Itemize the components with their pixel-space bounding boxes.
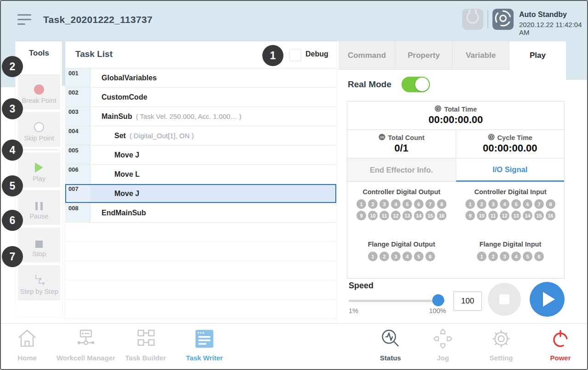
real-mode-label: Real Mode (348, 79, 391, 90)
io-channel-dot: 10 (477, 211, 486, 220)
io-group-title: Flange Digital Output (347, 241, 456, 248)
count-icon: 123 (379, 134, 385, 142)
cycle-time-label: Cycle Time (498, 134, 532, 141)
speed-slider-track[interactable] (349, 300, 445, 302)
task-row-number: 002 (65, 88, 90, 107)
debug-checkbox[interactable] (289, 49, 301, 61)
tab-variable[interactable]: Variable (452, 41, 509, 70)
io-dot-row: 123456 (353, 251, 450, 262)
task-row[interactable]: 003MainSub( Task Vel. 250.000, Acc. 1.00… (65, 107, 336, 126)
io-channel-dot: 11 (379, 211, 389, 220)
task-command-name: Move L (114, 170, 140, 179)
io-group-title: Controller Digital Input (456, 188, 565, 196)
task-builder-icon (135, 345, 157, 353)
io-channel-dot: 9 (356, 211, 366, 220)
io-channel-dot: 9 (465, 211, 475, 220)
task-row-empty (65, 280, 336, 300)
io-channel-dot: 6 (523, 199, 532, 209)
gripper-button[interactable] (462, 9, 483, 30)
task-command-name: Move J (114, 190, 139, 198)
io-channel-dot: 2 (379, 252, 389, 261)
jog-icon (432, 345, 454, 353)
task-command-name: GlobalVariables (102, 74, 157, 82)
status-icon (379, 345, 401, 353)
stop-tool-label: Stop (18, 250, 60, 258)
total-count-value: 0/1 (347, 142, 456, 154)
stop-icon (35, 241, 43, 248)
io-channel-dot: 16 (546, 211, 555, 220)
stop-tool-button[interactable]: Stop (18, 228, 60, 263)
io-channel-dot: 8 (546, 199, 555, 209)
step-by-step-button[interactable]: Step by Step (18, 265, 60, 300)
skip-point-button[interactable]: Skip Point (18, 112, 60, 147)
io-channel-dot: 7 (534, 199, 544, 209)
bottom-nav: Home Workcell Manager Task Builder (1, 323, 587, 370)
step-by-step-icon (18, 265, 60, 286)
nav-task-writer[interactable]: Task Writer (168, 327, 241, 362)
io-channel-dot: 1 (477, 252, 486, 261)
task-list-panel: Task List Debug 001GlobalVariables002Cus… (65, 41, 336, 322)
total-count-cell: 123 Total Count 0/1 (347, 130, 456, 158)
play-run-button[interactable] (530, 282, 565, 317)
task-row[interactable]: 005Move J (65, 146, 336, 165)
subtab-io-signal[interactable]: I/O Signal (456, 158, 565, 182)
io-channel-dot: 13 (402, 211, 412, 220)
speed-input[interactable] (453, 292, 482, 311)
task-row[interactable]: 006Move L (65, 165, 336, 184)
io-channel-dot: 2 (368, 199, 378, 209)
task-row[interactable]: 004Set( Digital_Out[1], ON ) (65, 126, 336, 146)
io-channel-dot: 15 (425, 211, 435, 220)
tab-property[interactable]: Property (396, 41, 452, 70)
io-channel-dot: 1 (356, 199, 366, 209)
tab-command[interactable]: Command (339, 41, 396, 70)
right-panel: Command Property Variable Play Real Mode… (339, 41, 566, 322)
io-group-title: Flange Digital Input (456, 241, 565, 248)
callout-5: 5 (2, 175, 23, 196)
step-by-step-label: Step by Step (18, 288, 60, 295)
task-command-params: ( Digital_Out[1], ON ) (130, 132, 194, 140)
task-command-name: Move J (114, 151, 139, 159)
io-dot-row: 12345678910111213141516 (462, 198, 559, 221)
speed-slider-handle[interactable] (432, 294, 444, 306)
tab-play[interactable]: Play (509, 41, 566, 70)
task-row[interactable]: 007Move J (65, 184, 336, 203)
task-row[interactable]: 001GlobalVariables (65, 68, 336, 88)
break-point-button[interactable]: Break Point (18, 74, 60, 109)
task-command-name: CustomCode (102, 93, 147, 101)
skip-point-icon (34, 122, 44, 132)
real-mode-toggle[interactable] (401, 77, 430, 92)
cycle-time-value: 00:00:00.00 (456, 142, 565, 154)
task-row[interactable]: 008EndMainSub (65, 203, 336, 223)
nav-power[interactable]: Power (524, 327, 588, 362)
robot-status: Auto Standby 2020.12.22 11:42:04 AM (519, 11, 587, 36)
task-row-number: 007 (65, 184, 90, 203)
task-command-params: ( Task Vel. 250.000, Acc. 1.000… ) (136, 112, 242, 120)
subtab-end-effector-info[interactable]: End Effector Info. (347, 158, 456, 182)
task-row-number: 006 (65, 165, 90, 184)
pause-button[interactable]: Pause (18, 190, 60, 225)
task-row-number: 005 (65, 146, 90, 164)
io-channel-dot: 5 (523, 252, 532, 261)
io-channel-dot: 14 (414, 211, 424, 220)
io-channel-dot: 5 (402, 199, 412, 209)
flange-digital-output-group: Flange Digital Output 123456 (347, 241, 456, 262)
home-icon (16, 345, 38, 353)
io-dot-row: 12345678910111213141516 (353, 198, 450, 221)
break-point-icon (34, 84, 44, 95)
task-row-empty (65, 242, 336, 261)
io-channel-dot: 6 (534, 252, 544, 261)
task-row-list: 001GlobalVariables002CustomCode003MainSu… (65, 68, 336, 319)
total-count-label: Total Count (388, 134, 424, 141)
background-strip (566, 41, 588, 80)
robot-mode-button[interactable] (492, 9, 514, 30)
task-row[interactable]: 002CustomCode (65, 88, 336, 107)
play-icon (35, 163, 43, 173)
tools-divider (20, 150, 58, 150)
play-tool-button[interactable]: Play (18, 152, 60, 187)
menu-icon[interactable] (17, 14, 31, 26)
clock-icon (488, 134, 495, 142)
datetime-label: 2020.12.22 11:42:04 AM (519, 21, 587, 36)
tools-panel: Tools Break Point Skip Point Play Pause … (16, 41, 62, 317)
io-channel-dot: 12 (500, 211, 509, 220)
stop-run-button[interactable] (488, 283, 521, 316)
